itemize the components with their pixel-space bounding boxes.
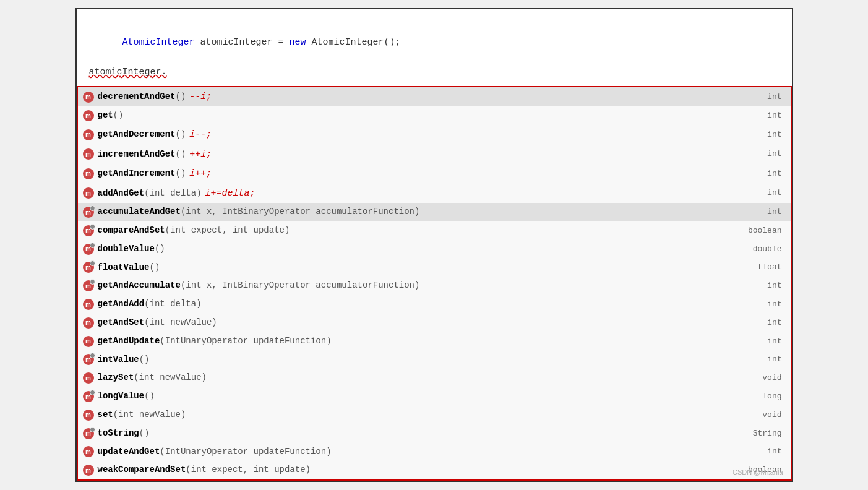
code-line-2: atomicInteger.	[89, 65, 780, 80]
method-return: int	[767, 316, 785, 330]
method-icon: m	[83, 465, 94, 476]
method-icon: m	[83, 262, 94, 273]
method-return: long	[762, 390, 785, 403]
autocomplete-item-toString[interactable]: m toString() String	[78, 424, 791, 443]
autocomplete-item-set[interactable]: m set(int newValue) void	[78, 406, 791, 424]
method-name: lazySet	[98, 371, 134, 385]
method-name: getAndIncrement	[98, 166, 176, 181]
method-return: String	[753, 427, 786, 441]
autocomplete-item-updateAndGet[interactable]: m updateAndGet(IntUnaryOperator updateFu…	[78, 443, 791, 462]
method-params: ()	[150, 260, 160, 275]
method-icon: m	[83, 446, 94, 457]
method-return: int	[767, 109, 785, 123]
autocomplete-item-accumulateAndGet[interactable]: m accumulateAndGet(int x, IntBinaryOpera…	[78, 203, 791, 221]
method-params: (int x, IntBinaryOperator accumulatorFun…	[181, 278, 419, 293]
type-keyword: AtomicInteger	[122, 37, 195, 48]
method-params: ()	[176, 90, 186, 105]
watermark: CSDN @Mr.anla	[733, 468, 783, 476]
method-hint: i+=delta;	[205, 186, 256, 202]
method-params: ()	[155, 242, 165, 257]
method-icon: m	[83, 299, 94, 310]
method-name: getAndAdd	[98, 297, 145, 312]
method-return: void	[762, 371, 785, 385]
method-icon: m	[83, 129, 94, 140]
method-params: (int x, IntBinaryOperator accumulatorFun…	[181, 205, 419, 220]
method-icon: m	[83, 225, 94, 236]
method-params: ()	[144, 389, 155, 404]
method-icon: m	[83, 372, 94, 384]
method-params: (int newValue)	[144, 316, 217, 330]
method-params: (int expect, int update)	[165, 223, 290, 238]
method-return: float	[757, 260, 785, 274]
autocomplete-item-weakCompareAndSet[interactable]: m weakCompareAndSet(int expect, int upda…	[78, 461, 791, 479]
method-icon: m	[83, 428, 94, 439]
method-return: int	[767, 128, 785, 142]
below-popup: m accumulateAndGet(int x, IntBinaryOpera…	[78, 203, 791, 479]
method-icon: m	[83, 244, 94, 255]
var-ref: atomicInteger.	[89, 67, 167, 77]
method-name: longValue	[98, 389, 145, 404]
space: atomicInteger =	[195, 37, 290, 48]
method-name: updateAndGet	[98, 445, 160, 460]
autocomplete-item-get[interactable]: m get() int	[78, 106, 791, 125]
method-name: decrementAndGet	[98, 90, 176, 105]
autocomplete-item-incrementAndGet[interactable]: m incrementAndGet() ++i; int	[78, 145, 791, 165]
method-hint: i++;	[189, 166, 212, 182]
autocomplete-item-getAndUpdate[interactable]: m getAndUpdate(IntUnaryOperator updateFu…	[78, 332, 791, 351]
method-return: int	[767, 335, 785, 348]
method-return: int	[767, 205, 785, 219]
method-name: doubleValue	[98, 242, 155, 257]
constructor-call: AtomicInteger();	[306, 37, 401, 48]
method-return: double	[753, 243, 786, 256]
autocomplete-item-getAndDecrement[interactable]: m getAndDecrement() i--; int	[78, 125, 791, 145]
method-name: incrementAndGet	[98, 147, 176, 162]
method-name: addAndGet	[98, 186, 145, 201]
method-name: toString	[98, 426, 139, 441]
method-hint: --i;	[189, 89, 212, 105]
autocomplete-item-intValue[interactable]: m intValue() int	[78, 351, 791, 369]
autocomplete-item-compareAndSet[interactable]: m compareAndSet(int expect, int update) …	[78, 221, 791, 240]
method-icon: m	[83, 207, 94, 218]
method-name: accumulateAndGet	[98, 205, 181, 220]
method-return: int	[767, 298, 785, 311]
method-icon: m	[83, 410, 94, 421]
method-params: (IntUnaryOperator updateFunction)	[160, 334, 331, 349]
method-icon: m	[83, 110, 94, 121]
autocomplete-item-longValue[interactable]: m longValue() long	[78, 387, 791, 406]
autocomplete-item-floatValue[interactable]: m floatValue() float	[78, 259, 791, 277]
method-params: ()	[176, 127, 186, 142]
autocomplete-popup: m decrementAndGet() --i; int m get() int…	[77, 86, 792, 481]
method-return: int	[767, 279, 785, 293]
method-return: int	[767, 353, 785, 366]
method-params: (int expect, int update)	[186, 463, 311, 478]
autocomplete-item-getAndIncrement[interactable]: m getAndIncrement() i++; int	[78, 164, 791, 184]
method-icon: m	[83, 187, 94, 199]
autocomplete-item-lazySet[interactable]: m lazySet(int newValue) void	[78, 369, 791, 387]
method-name: floatValue	[98, 260, 150, 275]
autocomplete-item-getAndSet[interactable]: m getAndSet(int newValue) int	[78, 314, 791, 332]
new-keyword: new	[290, 37, 306, 48]
method-hint: ++i;	[189, 147, 212, 163]
autocomplete-item-getAndAdd[interactable]: m getAndAdd(int delta) int	[78, 295, 791, 314]
method-return: int	[767, 147, 785, 161]
method-return: boolean	[748, 224, 786, 238]
method-return: int	[767, 445, 785, 458]
autocomplete-item-doubleValue[interactable]: m doubleValue() double	[78, 240, 791, 259]
method-params: (int newValue)	[113, 408, 186, 423]
method-params: ()	[113, 108, 124, 123]
method-hint: i--;	[189, 127, 212, 143]
method-params: (int newValue)	[134, 371, 207, 385]
method-icon: m	[83, 317, 94, 329]
autocomplete-item-decrementAndGet[interactable]: m decrementAndGet() --i; int	[78, 87, 791, 107]
method-name: get	[98, 108, 113, 123]
method-params: ()	[176, 147, 186, 162]
method-params: ()	[139, 426, 150, 441]
autocomplete-item-getAndAccumulate[interactable]: m getAndAccumulate(int x, IntBinaryOpera…	[78, 277, 791, 295]
autocomplete-item-addAndGet[interactable]: m addAndGet(int delta) i+=delta; int	[78, 184, 791, 204]
code-line-1: AtomicInteger atomicInteger = new Atomic…	[89, 20, 780, 65]
method-return: int	[767, 167, 785, 181]
method-icon: m	[83, 280, 94, 291]
method-icon: m	[83, 168, 94, 179]
method-icon: m	[83, 391, 94, 402]
method-icon: m	[83, 92, 94, 103]
